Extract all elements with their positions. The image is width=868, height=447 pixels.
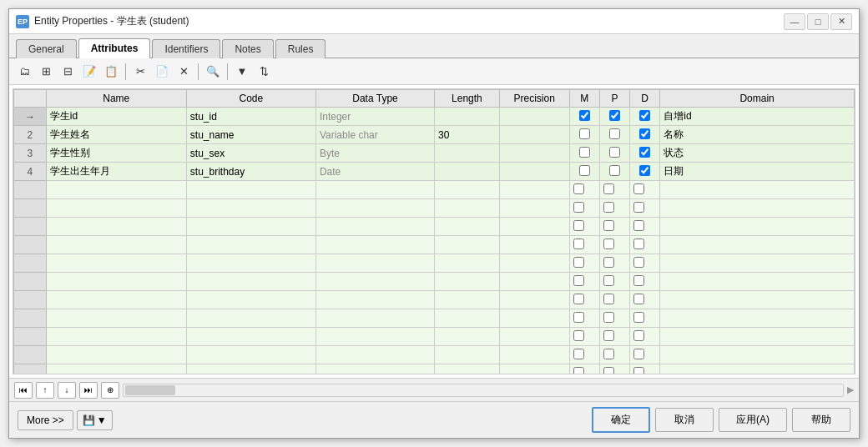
checkbox-empty[interactable] (573, 275, 584, 286)
checkbox-empty[interactable] (603, 312, 614, 323)
checkbox-m[interactable] (579, 147, 590, 158)
cell-p[interactable] (599, 291, 629, 309)
checkbox-empty[interactable] (633, 312, 644, 323)
tab-general[interactable]: General (16, 39, 77, 58)
cell-primary[interactable] (599, 126, 629, 144)
close-button[interactable]: ✕ (830, 13, 852, 30)
table-row-empty[interactable] (14, 254, 855, 273)
checkbox-empty[interactable] (603, 202, 614, 213)
table-row-empty[interactable] (14, 309, 855, 328)
checkbox-empty[interactable] (573, 312, 584, 323)
checkbox-empty[interactable] (633, 330, 644, 341)
cell-m[interactable] (569, 273, 599, 291)
cell-datatype[interactable]: Byte (315, 144, 434, 163)
cell-display[interactable] (630, 108, 660, 126)
checkbox-d[interactable] (639, 110, 650, 121)
table-row-empty[interactable] (14, 218, 855, 236)
cell-d[interactable] (630, 328, 660, 346)
nav-first-button[interactable]: ⏮ (14, 382, 33, 399)
cell-length[interactable] (435, 163, 500, 181)
save-button[interactable]: 💾 ▼ (77, 410, 113, 430)
cell-code[interactable]: stu_id (186, 108, 315, 126)
checkbox-m[interactable] (579, 165, 590, 176)
checkbox-empty[interactable] (633, 349, 644, 359)
checkbox-empty[interactable] (603, 349, 614, 359)
cell-p[interactable] (599, 346, 629, 364)
cell-mandatory[interactable] (569, 163, 599, 181)
table-row-empty[interactable] (14, 328, 855, 346)
cell-code[interactable]: stu_brithday (186, 163, 315, 181)
cell-datatype[interactable]: Integer (315, 108, 434, 126)
more-button[interactable]: More >> (18, 410, 73, 430)
cell-precision[interactable] (499, 126, 569, 144)
table-row-empty[interactable] (14, 236, 855, 254)
cell-p[interactable] (599, 273, 629, 291)
checkbox-empty[interactable] (573, 367, 584, 375)
cell-d[interactable] (630, 346, 660, 364)
cell-name[interactable]: 学生性别 (46, 144, 186, 163)
cell-m[interactable] (569, 291, 599, 309)
cell-display[interactable] (630, 144, 660, 163)
cell-m[interactable] (569, 346, 599, 364)
confirm-button[interactable]: 确定 (592, 407, 650, 433)
cell-name[interactable]: 学生姓名 (46, 126, 186, 144)
cell-precision[interactable] (499, 144, 569, 163)
table-row-empty[interactable] (14, 346, 855, 364)
checkbox-empty[interactable] (573, 220, 584, 231)
nav-last-button[interactable]: ⏭ (79, 382, 98, 399)
table-row[interactable]: 2学生姓名stu_nameVariable char30名称 (14, 126, 855, 144)
checkbox-empty[interactable] (633, 220, 644, 231)
checkbox-empty[interactable] (573, 239, 584, 249)
apply-button[interactable]: 应用(A) (719, 408, 787, 432)
checkbox-empty[interactable] (573, 330, 584, 341)
checkbox-p[interactable] (609, 110, 620, 121)
cell-m[interactable] (569, 364, 599, 375)
checkbox-empty[interactable] (603, 220, 614, 231)
checkbox-empty[interactable] (573, 183, 584, 194)
checkbox-d[interactable] (639, 165, 650, 176)
table-row[interactable]: →学生idstu_idInteger自增id (14, 108, 855, 126)
toolbar-btn-sort[interactable]: ⇅ (254, 62, 274, 82)
checkbox-empty[interactable] (603, 294, 614, 304)
cell-p[interactable] (599, 181, 629, 199)
cell-datatype[interactable]: Variable char (315, 126, 434, 144)
cell-m[interactable] (569, 254, 599, 273)
cell-code[interactable]: stu_name (186, 126, 315, 144)
checkbox-empty[interactable] (573, 257, 584, 268)
checkbox-empty[interactable] (573, 202, 584, 213)
cell-mandatory[interactable] (569, 108, 599, 126)
toolbar-btn-find[interactable]: 🔍 (203, 62, 223, 82)
toolbar-btn-remove-col[interactable]: ⊟ (58, 62, 78, 82)
cancel-button[interactable]: 取消 (655, 408, 714, 432)
cell-precision[interactable] (499, 108, 569, 126)
checkbox-empty[interactable] (633, 202, 644, 213)
tab-attributes[interactable]: Attributes (78, 38, 151, 58)
nav-prev-button[interactable]: ↑ (36, 382, 54, 399)
tab-identifiers[interactable]: Identifiers (152, 39, 220, 58)
checkbox-empty[interactable] (633, 367, 644, 375)
checkbox-p[interactable] (609, 128, 620, 139)
cell-d[interactable] (630, 291, 660, 309)
checkbox-empty[interactable] (603, 239, 614, 249)
cell-d[interactable] (630, 236, 660, 254)
cell-p[interactable] (599, 218, 629, 236)
checkbox-p[interactable] (609, 165, 620, 176)
toolbar-btn-copy2[interactable]: 📋 (101, 62, 121, 82)
table-row-empty[interactable] (14, 199, 855, 218)
cell-mandatory[interactable] (569, 144, 599, 163)
cell-d[interactable] (630, 254, 660, 273)
cell-p[interactable] (599, 309, 629, 328)
table-row[interactable]: 4学生出生年月stu_brithdayDate日期 (14, 163, 855, 181)
cell-domain[interactable]: 日期 (660, 163, 855, 181)
cell-p[interactable] (599, 199, 629, 218)
cell-d[interactable] (630, 199, 660, 218)
cell-d[interactable] (630, 218, 660, 236)
toolbar-btn-add-col[interactable]: ⊞ (36, 62, 56, 82)
checkbox-p[interactable] (609, 147, 620, 158)
cell-domain[interactable]: 名称 (660, 126, 855, 144)
cell-m[interactable] (569, 199, 599, 218)
checkbox-empty[interactable] (633, 183, 644, 194)
checkbox-empty[interactable] (573, 294, 584, 304)
cell-p[interactable] (599, 364, 629, 375)
checkbox-m[interactable] (579, 110, 590, 121)
